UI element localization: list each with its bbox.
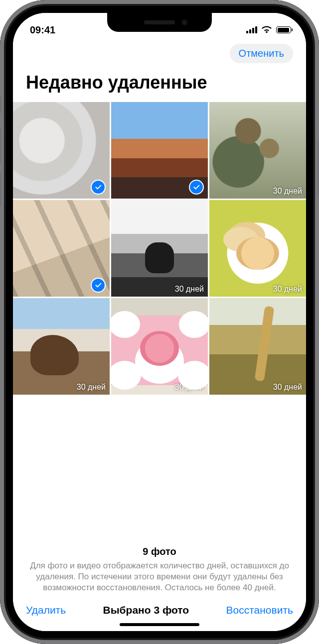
days-badge: 30 дней <box>175 285 204 294</box>
side-button <box>0 96 1 113</box>
summary-count: 9 фото <box>30 546 289 557</box>
photo-cell[interactable]: 30 дней <box>209 102 306 199</box>
summary: 9 фото Для фото и видео отображается кол… <box>13 546 306 604</box>
photo-grid: 30 дней 30 дней 30 дней 30 дней 30 дней … <box>13 102 306 395</box>
spacer <box>13 395 306 546</box>
status-right <box>246 26 291 34</box>
photo-cell[interactable] <box>13 102 110 199</box>
home-indicator[interactable] <box>120 623 199 626</box>
top-bar: Отменить <box>13 41 306 68</box>
days-badge: 30 дней <box>77 383 106 392</box>
photo-cell[interactable]: 30 дней <box>209 298 306 395</box>
side-button <box>0 172 1 207</box>
phone-frame: 09:41 Отменить Недавно удаленные 30 дней <box>0 0 319 644</box>
photo-cell[interactable] <box>13 200 110 297</box>
notch <box>107 13 212 32</box>
page-title: Недавно удаленные <box>13 68 306 102</box>
photo-cell[interactable] <box>111 102 208 199</box>
bottom-toolbar: Удалить Выбрано 3 фото Восстановить <box>13 604 306 623</box>
checkmark-icon <box>189 180 204 195</box>
screen: 09:41 Отменить Недавно удаленные 30 дней <box>13 13 306 631</box>
selection-status: Выбрано 3 фото <box>103 604 189 616</box>
days-badge: 30 дней <box>273 383 302 392</box>
summary-text: Для фото и видео отображается количество… <box>30 560 289 593</box>
status-time: 09:41 <box>30 24 55 36</box>
photo-cell[interactable]: 30 дней <box>111 298 208 395</box>
photo-cell[interactable]: 30 дней <box>209 200 306 297</box>
days-badge: 30 дней <box>273 285 302 294</box>
photo-cell[interactable]: 30 дней <box>13 298 110 395</box>
cellular-icon <box>246 26 257 33</box>
cancel-button[interactable]: Отменить <box>230 44 293 63</box>
battery-icon <box>276 26 291 33</box>
photo-cell[interactable]: 30 дней <box>111 200 208 297</box>
side-button <box>0 128 1 163</box>
recover-button[interactable]: Восстановить <box>226 604 293 616</box>
delete-button[interactable]: Удалить <box>26 604 66 616</box>
days-badge: 30 дней <box>175 383 204 392</box>
wifi-icon <box>261 26 272 34</box>
checkmark-icon <box>91 278 106 293</box>
checkmark-icon <box>91 180 106 195</box>
days-badge: 30 дней <box>273 187 302 196</box>
